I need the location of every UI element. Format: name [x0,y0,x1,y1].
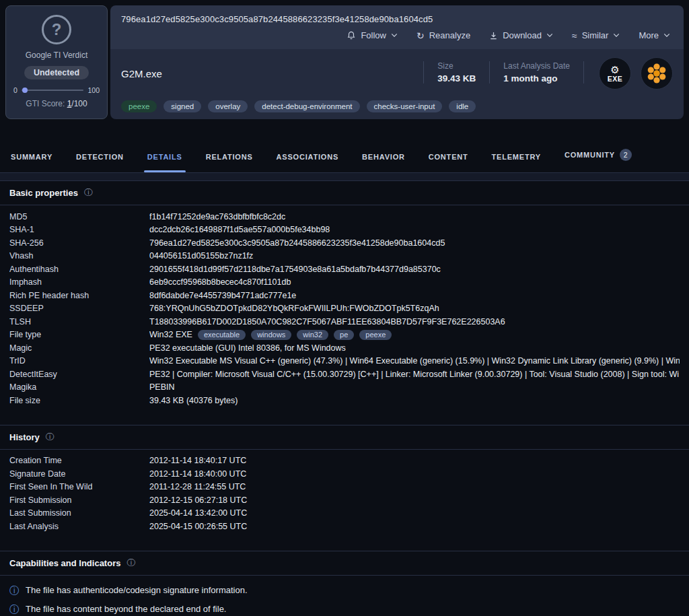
download-icon [489,31,498,40]
table-row: TrIDWin32 Executable MS Visual C++ (gene… [9,355,680,368]
table-row: SHA-256796ea1d27ed5825e300c3c9505a87b244… [9,236,680,250]
file-details-page: ? Google TI Verdict Undetected 0 100 GTI… [0,0,689,616]
tag-checks-user-input[interactable]: checks-user-input [367,100,443,112]
file-type-badges: ⚙ EXE [599,57,673,90]
gti-score-scale: 0 100 [13,86,100,94]
list-item: ⓘ The file has authenticode/codesign sig… [9,581,680,600]
table-row: Imphash6eb9cccf95968b8becec4c870f1101db [9,276,680,289]
info-icon[interactable]: ⓘ [126,559,135,568]
table-row: DetectItEasyPE32 | Compiler: Microsoft V… [9,368,680,381]
section-title: Capabilities and Indicators [9,558,120,568]
table-row: First Seen In The Wild2011-12-28 11:24:5… [9,481,680,494]
tab-details[interactable]: DETAILS [147,153,182,172]
similar-icon: ≈ [572,31,577,40]
tag-idle[interactable]: idle [449,100,476,112]
table-row: Creation Time2012-11-14 18:40:17 UTC [9,454,680,468]
info-icon: ⓘ [9,586,19,595]
tab-bar: SUMMARY DETECTION DETAILS RELATIONS ASSO… [0,125,689,173]
filetype-pill-peexe[interactable]: peexe [359,330,392,340]
tab-telemetry[interactable]: TELEMETRY [492,153,541,172]
hash-bar: 796ea1d27ed5825e300c3c9505a87b2445886623… [110,5,684,49]
download-button[interactable]: Download [489,30,553,40]
tab-summary[interactable]: SUMMARY [11,153,52,172]
table-row: Vhash044056151d05155bz7nz1fz [9,250,680,263]
table-row: Signature Date2012-11-14 18:40:00 UTC [9,467,680,481]
gti-verdict-panel: ? Google TI Verdict Undetected 0 100 GTI… [5,5,108,119]
bell-icon [347,30,356,40]
info-icon[interactable]: ⓘ [46,433,55,442]
info-icon: ⓘ [9,605,19,614]
tab-associations[interactable]: ASSOCIATIONS [277,153,339,172]
table-row: Last Submission2025-04-14 13:42:00 UTC [9,507,680,520]
tab-relations[interactable]: RELATIONS [206,153,253,172]
file-sha256: 796ea1d27ed5825e300c3c9505a87b2445886623… [121,14,673,24]
chevron-down-icon [663,33,670,38]
file-info-bar: G2M.exe Size 39.43 KB Last Analysis Date… [110,49,684,119]
tag-detect-debug-environment[interactable]: detect-debug-environment [254,100,359,112]
content-top-strip [0,173,689,181]
table-row: SHA-1dcc2dcb26c1649887f1d5ae557a000b5fe3… [9,224,680,237]
question-icon: ? [42,15,71,44]
tag-signed[interactable]: signed [164,100,201,112]
filetype-pill-executable[interactable]: executable [198,330,246,340]
table-row: Last Analysis2025-04-15 00:26:55 UTC [9,520,680,533]
capabilities-section: Capabilities and Indicators ⓘ ⓘ The file… [0,551,689,616]
action-buttons: Follow ↻ Reanalyze Download ≈ Simil [121,30,673,40]
table-row: MagikaPEBIN [9,381,680,395]
table-row: Authentihash2901655f418d1d99f57d2118dbe7… [9,263,680,276]
reanalyze-icon: ↻ [416,31,425,40]
table-row: MD5f1b14f71252de9ac763dbfbfbfc8c2dc [9,210,680,224]
chevron-down-icon [391,33,398,38]
file-size-meta: Size 39.43 KB [423,61,489,83]
file-header-card: 796ea1d27ed5825e300c3c9505a87b2445886623… [110,5,684,119]
table-row: File size39.43 KB (40376 bytes) [9,394,680,407]
gotomeeting-flower-icon [641,57,673,90]
table-row: First Submission2012-12-15 06:27:18 UTC [9,493,680,507]
file-meta: Size 39.43 KB Last Analysis Date 1 month… [423,61,584,83]
table-row: SSDEEP768:YRQnUhG5bZDOTpkdD82YbQkRFokFWI… [9,302,680,316]
chevron-down-icon [546,33,553,38]
reanalyze-button[interactable]: ↻ Reanalyze [416,30,470,40]
tag-overlay[interactable]: overlay [208,100,248,112]
filetype-pill-windows[interactable]: windows [251,330,291,340]
history-section: History ⓘ Creation Time2012-11-14 18:40:… [0,425,689,533]
community-count-badge: 2 [620,149,632,161]
filetype-pill-win32[interactable]: win32 [297,330,328,340]
info-icon[interactable]: ⓘ [84,189,93,197]
chevron-down-icon [613,33,620,38]
file-name: G2M.exe [121,68,423,79]
similar-button[interactable]: ≈ Similar [572,30,620,40]
file-tags: peexe signed overlay detect-debug-enviro… [121,100,673,112]
tab-behavior[interactable]: BEHAVIOR [362,153,405,172]
file-type-row: File type Win32 EXE executable windows w… [9,329,680,342]
tag-peexe[interactable]: peexe [121,100,157,112]
tab-content[interactable]: CONTENT [429,153,468,172]
gear-icon: ⚙ [610,65,619,75]
list-item: ⓘ The file has content beyond the declar… [9,600,680,616]
exe-file-icon: ⚙ EXE [599,57,631,90]
section-title: History [9,432,40,442]
section-title: Basic properties [9,188,78,198]
scale-max-label: 100 [87,86,100,94]
tab-detection[interactable]: DETECTION [76,153,124,172]
last-analysis-meta: Last Analysis Date 1 month ago [489,61,584,83]
score-slider-track [22,90,84,91]
follow-button[interactable]: Follow [347,30,398,40]
filetype-pill-pe[interactable]: pe [334,330,354,340]
table-row: MagicPE32 executable (GUI) Intel 80386, … [9,341,680,355]
scale-min-label: 0 [13,86,17,94]
header-area: ? Google TI Verdict Undetected 0 100 GTI… [0,0,689,125]
score-slider-dot [22,88,28,93]
table-row: Rich PE header hash8df6dabde7e4455739b47… [9,289,680,302]
gti-score-line: GTI Score: 1/100 [26,99,87,108]
basic-properties-section: Basic properties ⓘ MD5f1b14f71252de9ac76… [0,181,689,407]
table-row: TLSHT188033996B617D002D1850A70C982C7F506… [9,315,680,329]
tab-community[interactable]: COMMUNITY 2 [565,149,632,172]
verdict-title: Google TI Verdict [26,50,88,60]
verdict-badge: Undetected [24,66,89,79]
more-button[interactable]: More [639,30,670,40]
